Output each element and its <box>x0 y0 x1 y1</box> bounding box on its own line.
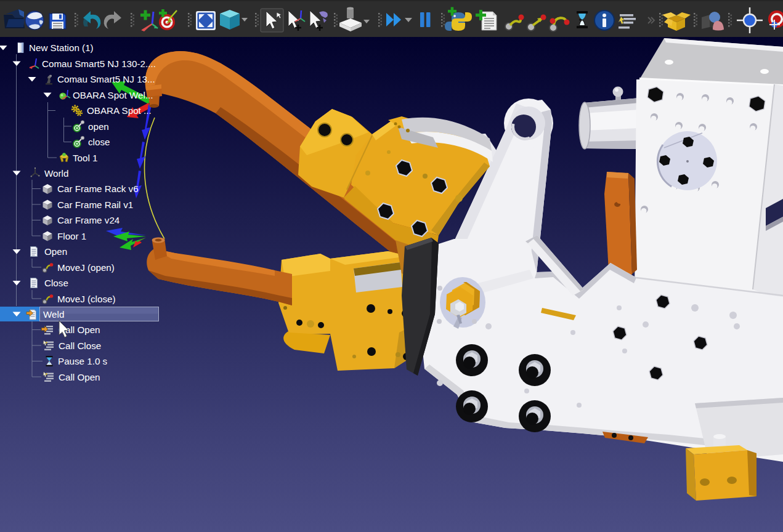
svg-text:open: open <box>88 121 109 132</box>
svg-text:Comau Smart5 NJ 130-2....: Comau Smart5 NJ 130-2.... <box>42 58 156 69</box>
svg-text:MoveJ (close): MoveJ (close) <box>57 294 116 304</box>
svg-text:Call Open: Call Open <box>59 372 100 382</box>
svg-text:Pause 1.0 s: Pause 1.0 s <box>58 356 108 366</box>
svg-text:Car Frame v24: Car Frame v24 <box>57 215 120 225</box>
svg-text:Call Close: Call Close <box>59 341 101 351</box>
svg-text:World: World <box>44 168 68 179</box>
svg-text:Floor 1: Floor 1 <box>57 231 86 241</box>
svg-text:Car Frame Rail v1: Car Frame Rail v1 <box>57 200 133 210</box>
svg-text:close: close <box>88 137 110 147</box>
svg-text:OBARA Spot Wel...: OBARA Spot Wel... <box>73 90 153 100</box>
svg-text:Open: Open <box>44 246 67 257</box>
svg-text:New Station (1): New Station (1) <box>29 42 94 53</box>
svg-text:Weld: Weld <box>43 309 64 320</box>
svg-text:OBARA Spot ...: OBARA Spot ... <box>87 105 152 116</box>
svg-text:Close: Close <box>44 278 68 288</box>
svg-text:MoveJ (open): MoveJ (open) <box>57 262 115 273</box>
svg-text:Comau Smart5 NJ 13...: Comau Smart5 NJ 13... <box>57 74 155 84</box>
svg-text:Tool 1: Tool 1 <box>73 153 98 163</box>
svg-text:Car Frame Rack v6: Car Frame Rack v6 <box>57 183 139 194</box>
